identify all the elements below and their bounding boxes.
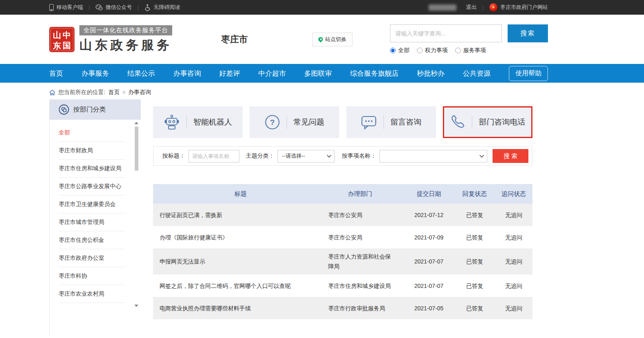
robot-icon <box>164 114 180 130</box>
row-title[interactable]: 申报网页无法显示 <box>153 253 328 270</box>
sidebar-item-highway-center[interactable]: 枣庄市公路事业发展中心 <box>59 178 125 195</box>
scroll-down-icon[interactable] <box>134 305 138 307</box>
col-followup-status: 追问状态 <box>495 186 532 202</box>
main-navigation: 首页 办事服务 结果公示 办事咨询 好差评 中介超市 多图联审 综合服务旗舰店 … <box>0 64 644 83</box>
top-utility-bar: 移动客户端 | 微信公众号 | 无障碍阅读 退出 | ★ <box>0 0 644 15</box>
table-row[interactable]: 办理《国际旅行健康证书》 枣庄市公安局 2021-07-09 已答复 无追问 <box>153 226 532 248</box>
national-emblem-icon: ★ <box>489 3 497 11</box>
row-reply-status: 已答复 <box>454 278 495 294</box>
radio-service-items[interactable]: 服务事项 <box>455 47 486 54</box>
wechat-icon <box>96 4 103 11</box>
location-pin-icon <box>318 36 324 43</box>
row-title[interactable]: 办理《国际旅行健康证书》 <box>153 229 328 246</box>
table-row-partial[interactable] <box>153 319 532 338</box>
tab-department-phone[interactable]: 部门咨询电话 <box>443 106 532 138</box>
nav-public-resources[interactable]: 公共资源 <box>463 69 491 78</box>
nav-services[interactable]: 办事服务 <box>81 69 109 78</box>
nav-multi-review[interactable]: 多图联审 <box>304 69 332 78</box>
radio-all[interactable]: 全部 <box>390 47 410 54</box>
nav-flagship-store[interactable]: 综合服务旗舰店 <box>350 69 399 78</box>
wechat-link[interactable]: 微信公众号 <box>96 4 132 11</box>
scrollbar-thumb[interactable] <box>135 127 138 171</box>
nav-home[interactable]: 首页 <box>49 69 63 78</box>
table-row[interactable]: 电商营业执照办理需要哪些材料手续 枣庄市行政审批服务局 2021-07-05 已… <box>153 297 532 319</box>
row-followup-status: 无追问 <box>495 229 532 246</box>
sidebar-scrollbar[interactable] <box>134 122 138 307</box>
row-title[interactable]: 行驶证副页已满，需换新 <box>153 207 328 223</box>
svg-text:?: ? <box>270 118 275 127</box>
filter-search-button[interactable]: 搜 索 <box>493 149 528 163</box>
accessibility-link[interactable]: 无障碍阅读 <box>145 4 180 11</box>
sidebar-item-agriculture-bureau[interactable]: 枣庄市农业农村局 <box>59 285 125 303</box>
city-name: 枣庄市 <box>221 33 248 46</box>
divider <box>287 115 287 129</box>
radio-icon <box>455 48 461 53</box>
row-reply-status: 已答复 <box>454 207 495 223</box>
wechat-label: 微信公众号 <box>105 4 132 11</box>
category-icon <box>59 104 69 115</box>
row-department: 枣庄市行政审批服务局 <box>328 300 403 316</box>
row-date: 2021-07-09 <box>403 229 454 246</box>
row-followup-status: 无追问 <box>495 300 532 316</box>
radio-icon <box>390 48 396 53</box>
nav-reviews[interactable]: 好差评 <box>219 69 240 78</box>
breadcrumb-prefix: 您当前所在的位置: <box>58 89 105 96</box>
home-icon <box>49 90 55 95</box>
table-row[interactable]: 申报网页无法显示 枣庄市人力资源和社会保障局 2021-07-07 已答复 无追… <box>153 248 532 274</box>
row-date: 2021-07-05 <box>403 300 454 316</box>
filter-bar: 按标题： 主题分类： --请选择-- 按事项名称： 搜 索 <box>153 146 532 166</box>
row-reply-status: 已答复 <box>454 229 495 246</box>
site-switch-button[interactable]: 站点切换 <box>312 33 353 46</box>
breadcrumb-home[interactable]: 首页 <box>108 89 120 96</box>
row-date: 2021-07-07 <box>403 253 454 270</box>
item-name-select[interactable] <box>379 150 487 162</box>
nav-instant-approval[interactable]: 秒批秒办 <box>417 69 445 78</box>
row-department: 枣庄市公安局 <box>328 207 403 223</box>
tab-faq[interactable]: ? 常见问题 <box>250 106 339 138</box>
title-filter-input[interactable] <box>188 150 239 162</box>
sidebar-item-city-management-bureau[interactable]: 枣庄市城市管理局 <box>59 213 125 231</box>
header-search-button[interactable]: 搜索 <box>508 24 548 42</box>
table-row[interactable]: 网签之后，除了合同二维码，官网哪个入口可以查呢 枣庄市住房和城乡建设局 2021… <box>153 274 532 297</box>
portal-link[interactable]: ★ 枣庄市政府门户网站 <box>489 3 548 11</box>
row-date: 2021-07-07 <box>403 278 454 294</box>
row-followup-status: 无追问 <box>495 253 532 270</box>
divider <box>186 115 187 129</box>
logout-link[interactable]: 退出 <box>466 4 477 11</box>
sidebar-item-science-association[interactable]: 枣庄市科协 <box>59 267 125 285</box>
nav-agency-market[interactable]: 中介超市 <box>258 69 286 78</box>
sidebar-item-all[interactable]: 全部 <box>59 124 125 142</box>
site-logo[interactable]: 山 中 东 国 全国一体化在线政务服务平台 山东政务服务 <box>49 25 172 54</box>
department-sidebar: 按部门分类 全部 枣庄市财政局 枣庄市住房和城乡建设局 枣庄市公路事业发展中心 … <box>49 99 141 336</box>
row-followup-status: 无追问 <box>495 207 532 223</box>
row-reply-status: 已答复 <box>454 300 495 316</box>
breadcrumb-current: 办事咨询 <box>128 89 151 96</box>
nav-consultation[interactable]: 办事咨询 <box>173 69 201 78</box>
col-reply-status: 回复状态 <box>454 186 495 202</box>
item-filter-label: 按事项名称： <box>342 152 376 160</box>
sidebar-item-health-commission[interactable]: 枣庄市卫生健康委员会 <box>59 195 125 213</box>
tab-smart-robot[interactable]: 智能机器人 <box>153 106 243 138</box>
breadcrumb: 您当前所在的位置: 首页 > 办事咨询 <box>0 83 644 99</box>
row-title[interactable]: 网签之后，除了合同二维码，官网哪个入口可以查呢 <box>153 278 328 294</box>
portal-label: 枣庄市政府门户网站 <box>500 4 548 11</box>
divider <box>472 115 472 129</box>
mobile-client-link[interactable]: 移动客户端 <box>49 4 83 11</box>
sidebar-item-housing-construction-bureau[interactable]: 枣庄市住房和城乡建设局 <box>59 160 125 178</box>
row-title[interactable]: 电商营业执照办理需要哪些材料手续 <box>153 300 328 316</box>
question-icon: ? <box>265 114 280 130</box>
table-header-row: 标题 办理部门 提交日期 回复状态 追问状态 <box>153 184 532 204</box>
table-row[interactable]: 行驶证副页已满，需换新 枣庄市公安局 2021-07-12 已答复 无追问 <box>153 204 532 226</box>
title-filter-label: 按标题： <box>162 152 185 160</box>
header-search-input[interactable] <box>390 24 502 42</box>
nav-results[interactable]: 结果公示 <box>127 69 155 78</box>
nav-help-button[interactable]: 使用帮助 <box>509 66 548 81</box>
sidebar-item-housing-fund[interactable]: 枣庄市住房公积金 <box>59 231 125 249</box>
row-reply-status: 已答复 <box>454 253 495 270</box>
tab-message-consult[interactable]: 留言咨询 <box>346 106 436 138</box>
topic-select[interactable]: --请选择-- <box>278 150 335 162</box>
radio-power-items[interactable]: 权力事项 <box>417 47 448 54</box>
sidebar-item-finance-bureau[interactable]: 枣庄市财政局 <box>59 142 125 160</box>
sidebar-item-government-office[interactable]: 枣庄市政府办公室 <box>59 249 125 267</box>
scroll-up-icon[interactable] <box>134 122 138 124</box>
